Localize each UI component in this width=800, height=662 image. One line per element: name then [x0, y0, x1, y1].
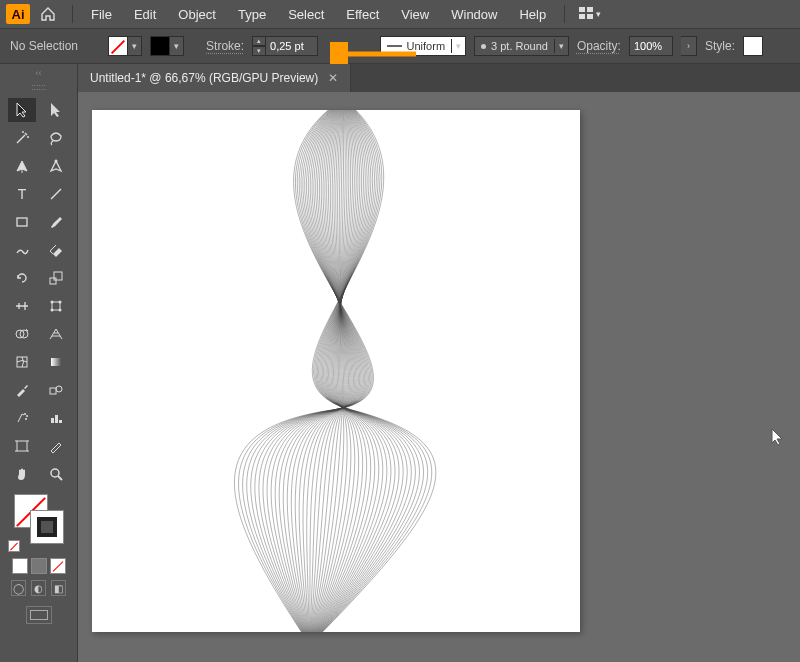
draw-inside[interactable]: ◧ — [51, 580, 66, 596]
gradient-tool[interactable] — [42, 350, 70, 374]
chevron-down-icon[interactable]: ▾ — [554, 39, 568, 53]
symbol-sprayer-tool[interactable] — [8, 406, 36, 430]
svg-text:T: T — [17, 187, 26, 201]
svg-rect-11 — [54, 272, 62, 280]
pen-tool[interactable] — [8, 154, 36, 178]
svg-point-25 — [25, 418, 27, 420]
workspace-switcher[interactable]: ▾ — [579, 7, 601, 22]
chevron-down-icon: ▾ — [596, 9, 601, 19]
selection-tool[interactable] — [8, 98, 36, 122]
tab-title: Untitled-1* @ 66,67% (RGB/GPU Preview) — [90, 71, 318, 85]
opacity-input[interactable] — [629, 36, 673, 56]
menu-bar: Ai File Edit Object Type Select Effect V… — [0, 0, 800, 28]
svg-point-6 — [54, 160, 57, 163]
none-mode[interactable] — [50, 558, 66, 574]
stroke-label[interactable]: Stroke: — [206, 39, 244, 53]
artboard[interactable] — [92, 110, 580, 632]
svg-rect-29 — [17, 441, 27, 451]
mesh-tool[interactable] — [8, 350, 36, 374]
svg-rect-2 — [579, 14, 585, 19]
variable-width-profile[interactable]: Uniform ▾ — [380, 36, 466, 56]
rectangle-tool[interactable] — [8, 210, 36, 234]
document-area: Untitled-1* @ 66,67% (RGB/GPU Preview) ✕ — [78, 64, 800, 662]
menu-view[interactable]: View — [391, 3, 439, 26]
workspace-icon — [579, 7, 593, 22]
zoom-tool[interactable] — [42, 462, 70, 486]
stroke-weight-input[interactable] — [266, 36, 318, 56]
main-area: ‹‹ :::::: T — [0, 64, 800, 662]
cursor-icon — [770, 428, 786, 449]
opacity-label[interactable]: Opacity: — [577, 39, 621, 53]
gradient-mode[interactable] — [31, 558, 47, 574]
menu-type[interactable]: Type — [228, 3, 276, 26]
width-tool[interactable] — [8, 294, 36, 318]
opacity-expand[interactable]: › — [681, 36, 697, 56]
menu-object[interactable]: Object — [168, 3, 226, 26]
eyedropper-tool[interactable] — [8, 378, 36, 402]
fill-swatch[interactable]: ▾ — [108, 36, 142, 56]
chevron-down-icon[interactable]: ▾ — [451, 39, 465, 53]
step-down-icon[interactable]: ▾ — [252, 46, 266, 56]
document-tab[interactable]: Untitled-1* @ 66,67% (RGB/GPU Preview) ✕ — [78, 64, 351, 92]
line-segment-tool[interactable] — [42, 182, 70, 206]
stroke-swatch[interactable]: ▾ — [150, 36, 184, 56]
default-fill-stroke[interactable] — [8, 540, 20, 552]
black-swatch-icon — [150, 36, 170, 56]
blend-tool[interactable] — [42, 378, 70, 402]
svg-rect-1 — [587, 7, 593, 12]
draw-mode-row: ◯ ◐ ◧ — [11, 580, 67, 596]
magic-wand-tool[interactable] — [8, 126, 36, 150]
type-tool[interactable]: T — [8, 182, 36, 206]
svg-point-13 — [50, 301, 53, 304]
svg-point-16 — [58, 309, 61, 312]
hand-tool[interactable] — [8, 462, 36, 486]
screen-mode[interactable] — [26, 606, 52, 624]
svg-point-23 — [24, 413, 26, 415]
eraser-tool[interactable] — [42, 238, 70, 262]
chevron-down-icon[interactable]: ▾ — [128, 36, 142, 56]
draw-behind[interactable]: ◐ — [31, 580, 46, 596]
shape-builder-tool[interactable] — [8, 322, 36, 346]
menu-help[interactable]: Help — [509, 3, 556, 26]
chevron-down-icon[interactable]: ▾ — [170, 36, 184, 56]
stroke-indicator[interactable] — [30, 510, 64, 544]
style-swatch[interactable] — [743, 36, 763, 56]
shaper-tool[interactable] — [8, 238, 36, 262]
scale-tool[interactable] — [42, 266, 70, 290]
line-icon — [387, 43, 401, 49]
home-icon[interactable] — [36, 6, 60, 22]
menu-effect[interactable]: Effect — [336, 3, 389, 26]
menu-window[interactable]: Window — [441, 3, 507, 26]
perspective-grid-tool[interactable] — [42, 322, 70, 346]
fill-stroke-control[interactable] — [14, 494, 64, 544]
menu-file[interactable]: File — [81, 3, 122, 26]
lasso-tool[interactable] — [42, 126, 70, 150]
svg-point-14 — [58, 301, 61, 304]
svg-rect-3 — [587, 14, 593, 19]
artboard-tool[interactable] — [8, 434, 36, 458]
app-icon[interactable]: Ai — [6, 4, 30, 24]
rotate-tool[interactable] — [8, 266, 36, 290]
color-mode[interactable] — [12, 558, 28, 574]
brush-label: 3 pt. Round — [491, 40, 548, 52]
menu-edit[interactable]: Edit — [124, 3, 166, 26]
svg-rect-28 — [59, 420, 62, 423]
tab-bar: Untitled-1* @ 66,67% (RGB/GPU Preview) ✕ — [78, 64, 800, 92]
curvature-tool[interactable] — [42, 154, 70, 178]
column-graph-tool[interactable] — [42, 406, 70, 430]
canvas[interactable] — [78, 92, 800, 662]
free-transform-tool[interactable] — [42, 294, 70, 318]
draw-normal[interactable]: ◯ — [11, 580, 26, 596]
stroke-weight-field[interactable]: ▴▾ — [252, 36, 318, 56]
direct-selection-tool[interactable] — [42, 98, 70, 122]
menu-select[interactable]: Select — [278, 3, 334, 26]
close-icon[interactable]: ✕ — [328, 71, 338, 85]
svg-rect-21 — [50, 388, 56, 394]
step-up-icon[interactable]: ▴ — [252, 36, 266, 46]
stepper[interactable]: ▴▾ — [252, 36, 266, 56]
panel-handle[interactable]: ‹‹ — [9, 66, 69, 80]
panel-grip[interactable]: :::::: — [9, 80, 69, 94]
slice-tool[interactable] — [42, 434, 70, 458]
paintbrush-tool[interactable] — [42, 210, 70, 234]
brush-definition[interactable]: 3 pt. Round ▾ — [474, 36, 569, 56]
